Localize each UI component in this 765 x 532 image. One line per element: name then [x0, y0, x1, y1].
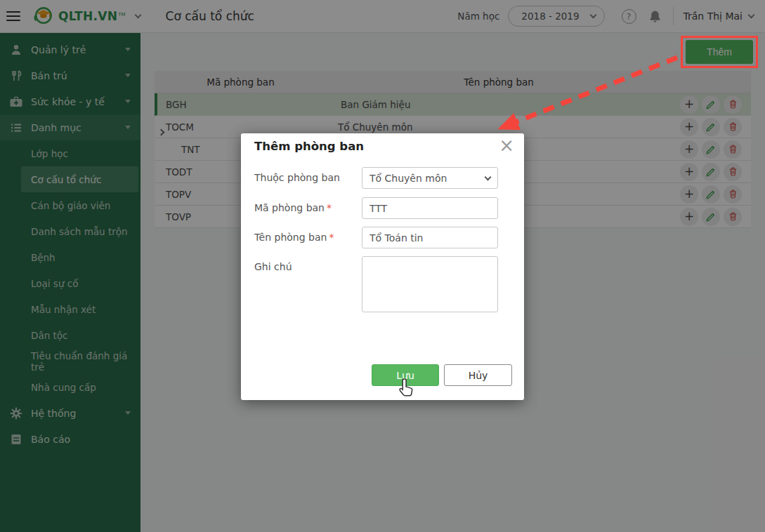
name-input[interactable]: [362, 227, 498, 248]
parent-department-value: Tổ Chuyên môn: [370, 173, 447, 184]
cancel-button[interactable]: Hủy: [444, 364, 512, 386]
modal-title: Thêm phòng ban: [254, 140, 364, 153]
parent-department-label: Thuộc phòng ban: [254, 167, 360, 189]
annotation-highlight-box: [681, 36, 758, 68]
code-label: Mã phòng ban*: [254, 197, 360, 219]
parent-department-select[interactable]: Tổ Chuyên môn: [362, 167, 498, 189]
note-label: Ghi chú: [254, 256, 360, 278]
code-input[interactable]: [362, 197, 498, 219]
select-chevron-down-icon: [485, 173, 492, 180]
name-label: Tên phòng ban*: [254, 227, 360, 248]
close-icon[interactable]: ×: [499, 135, 514, 156]
app-window: QLTH.VNTM Cơ cấu tổ chức Năm học 2018 - …: [0, 0, 765, 532]
note-textarea[interactable]: [362, 256, 498, 312]
add-department-modal: Thêm phòng ban × Thuộc phòng ban Tổ Chuy…: [241, 133, 524, 400]
save-button[interactable]: Lưu: [372, 364, 439, 386]
